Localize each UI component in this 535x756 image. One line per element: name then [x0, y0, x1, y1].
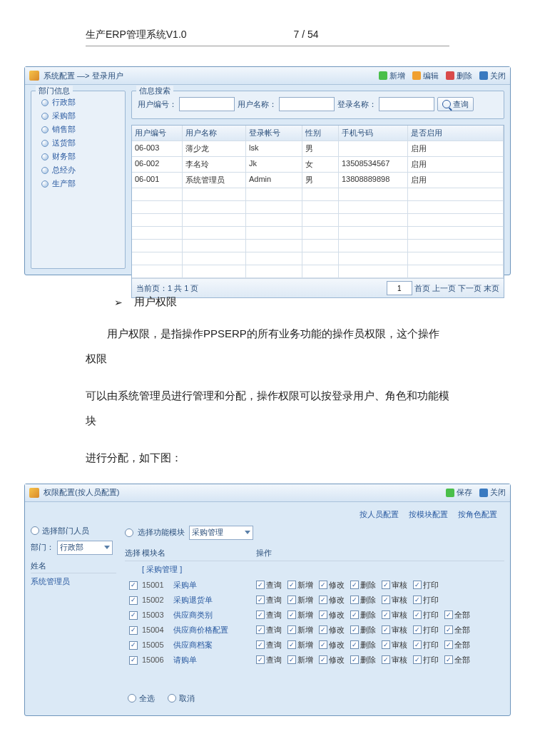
checkbox-icon [413, 596, 422, 604]
edit-button[interactable]: 编辑 [412, 71, 439, 81]
radio-select-module[interactable]: 选择功能模块 [138, 527, 185, 538]
person-item[interactable]: 系统管理员 [31, 575, 116, 588]
perm-op[interactable]: 审核 [382, 610, 407, 620]
input-user-name[interactable] [279, 97, 335, 111]
perm-operations: 查询新增修改删除审核打印 [256, 595, 504, 606]
tab-by-role[interactable]: 按角色配置 [458, 509, 497, 520]
person-selector-panel: 选择部门人员 部门： 行政部 姓名 系统管理员 [31, 526, 116, 708]
perm-op[interactable]: 修改 [319, 595, 345, 606]
label-dept: 部门： [31, 542, 54, 553]
perm-op[interactable]: 全部 [444, 625, 470, 635]
tab-by-module[interactable]: 按模块配置 [409, 509, 448, 520]
row-checkbox[interactable] [129, 641, 138, 650]
perm-op[interactable]: 删除 [350, 580, 376, 591]
perm-op[interactable]: 修改 [319, 625, 345, 635]
tree-bullet-icon [41, 126, 49, 133]
clear-all-radio[interactable]: 取消 [168, 693, 195, 704]
perm-op[interactable]: 全部 [444, 610, 470, 620]
radio-select-dept-person[interactable]: 选择部门人员 [31, 526, 116, 536]
perm-module-name[interactable]: 供应商档案 [173, 640, 256, 650]
grid-row[interactable]: 06-002李名玲Jk女13508534567启用 [132, 157, 504, 173]
perm-op[interactable]: 审核 [382, 625, 407, 635]
close-button[interactable]: 关闭 [479, 71, 506, 81]
perm-op[interactable]: 查询 [256, 625, 282, 635]
close-button-2[interactable]: 关闭 [479, 487, 506, 498]
perm-op[interactable]: 打印 [413, 625, 439, 635]
grid-column-header: 手机号码 [339, 126, 408, 141]
dept-tree-item[interactable]: 总经办 [37, 163, 119, 177]
header-divider [86, 46, 449, 46]
perm-op[interactable]: 修改 [319, 580, 345, 591]
perm-op[interactable]: 删除 [350, 655, 376, 665]
input-login-name[interactable] [379, 97, 434, 111]
dept-tree-item[interactable]: 送货部 [37, 136, 119, 150]
tree-bullet-icon [41, 140, 49, 147]
perm-op[interactable]: 删除 [350, 610, 376, 620]
perm-op[interactable]: 审核 [382, 655, 407, 665]
row-checkbox[interactable] [129, 656, 138, 665]
perm-op[interactable]: 打印 [413, 580, 439, 591]
perm-op[interactable]: 审核 [382, 640, 407, 650]
perm-op[interactable]: 删除 [350, 595, 376, 606]
perm-op[interactable]: 查询 [256, 610, 282, 620]
radio-icon [31, 526, 39, 535]
perm-op[interactable]: 打印 [413, 595, 439, 606]
window-icon [29, 71, 39, 81]
perm-module-name[interactable]: 采购退货单 [173, 595, 256, 606]
grid-row[interactable]: 06-003薄少龙lsk男启用 [132, 141, 504, 157]
input-user-no[interactable] [179, 97, 235, 111]
delete-button[interactable]: 删除 [446, 71, 472, 81]
tab-by-person[interactable]: 按人员配置 [360, 509, 399, 520]
perm-module-name[interactable]: 请购单 [173, 655, 256, 665]
row-checkbox[interactable] [129, 626, 138, 635]
perm-op[interactable]: 修改 [319, 640, 345, 650]
perm-op[interactable]: 查询 [256, 640, 282, 650]
perm-op[interactable]: 删除 [350, 625, 376, 635]
perm-op[interactable]: 新增 [287, 610, 313, 620]
grid-row[interactable]: 06-001系统管理员Admin男13808889898启用 [132, 173, 504, 188]
grid-cell: 女 [302, 157, 339, 172]
module-select[interactable]: 采购管理 [189, 526, 253, 540]
perm-op[interactable]: 打印 [413, 640, 439, 650]
grid-column-header: 性别 [302, 126, 339, 141]
pager-nav[interactable]: 首页 上一页 下一页 末页 [414, 284, 499, 292]
perm-op[interactable]: 打印 [413, 610, 439, 620]
perm-op[interactable]: 查询 [256, 655, 282, 665]
pager-page-input[interactable] [387, 281, 412, 295]
perm-op[interactable]: 审核 [382, 580, 407, 591]
perm-op[interactable]: 查询 [256, 580, 282, 591]
perm-op[interactable]: 新增 [287, 655, 313, 665]
perm-op[interactable]: 修改 [319, 610, 345, 620]
perm-op[interactable]: 新增 [287, 595, 313, 606]
perm-op[interactable]: 新增 [287, 580, 313, 591]
perm-op[interactable]: 查询 [256, 595, 282, 606]
perm-op[interactable]: 打印 [413, 655, 439, 665]
perm-module-name[interactable]: 供应商类别 [173, 610, 256, 620]
search-button[interactable]: 查询 [437, 97, 474, 111]
perm-op[interactable]: 新增 [287, 640, 313, 650]
perm-op[interactable]: 全部 [444, 640, 470, 650]
dept-tree-item[interactable]: 财务部 [37, 150, 119, 163]
perm-module-name[interactable]: 采购单 [173, 580, 256, 591]
close-icon [479, 489, 488, 497]
save-button[interactable]: 保存 [446, 487, 472, 498]
dept-group-title: 部门信息 [36, 86, 73, 96]
perm-module-name[interactable]: 供应商价格配置 [173, 625, 256, 635]
dept-tree-item[interactable]: 采购部 [37, 109, 119, 123]
perm-op[interactable]: 删除 [350, 640, 376, 650]
perm-op[interactable]: 修改 [319, 655, 345, 665]
row-checkbox[interactable] [129, 581, 138, 590]
grid-cell: 13508534567 [339, 157, 408, 172]
dept-select[interactable]: 行政部 [57, 541, 113, 555]
add-button[interactable]: 新增 [379, 71, 405, 81]
perm-op[interactable]: 新增 [287, 625, 313, 635]
dept-tree-item[interactable]: 生产部 [37, 177, 119, 190]
select-all-radio[interactable]: 全选 [128, 693, 155, 704]
perm-op[interactable]: 全部 [444, 655, 470, 665]
perm-op[interactable]: 审核 [382, 595, 407, 606]
row-checkbox[interactable] [129, 596, 138, 605]
dept-tree-item[interactable]: 销售部 [37, 123, 119, 136]
dept-tree-item[interactable]: 行政部 [37, 96, 119, 109]
row-checkbox[interactable] [129, 611, 138, 620]
perm-row: 15002采购退货单查询新增修改删除审核打印 [125, 593, 504, 608]
